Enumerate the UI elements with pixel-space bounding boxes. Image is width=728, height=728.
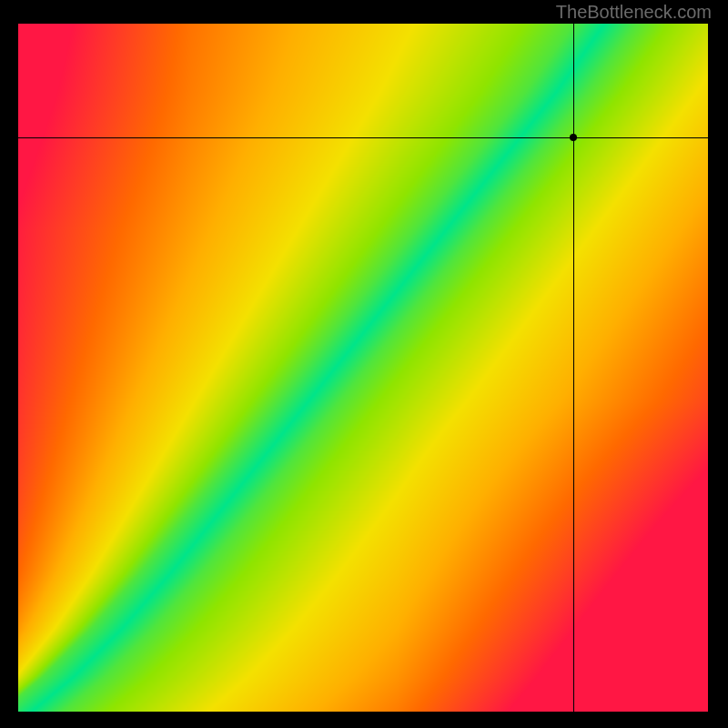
- heatmap-canvas: [18, 24, 708, 712]
- watermark-text: TheBottleneck.com: [556, 2, 712, 23]
- heatmap-plot: [18, 24, 708, 712]
- crosshair-horizontal: [18, 137, 708, 138]
- marker-dot: [570, 134, 577, 141]
- crosshair-vertical: [573, 24, 574, 712]
